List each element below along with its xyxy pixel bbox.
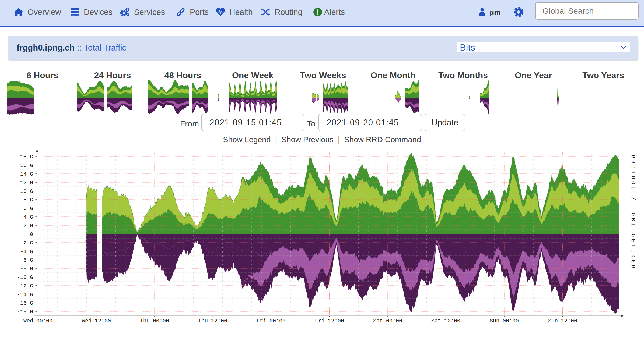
svg-text:4 G: 4 G xyxy=(23,214,33,220)
svg-text:RRDTOOL / TOBI OETIKER: RRDTOOL / TOBI OETIKER xyxy=(630,155,636,270)
svg-text:-2 G: -2 G xyxy=(20,240,33,246)
svg-text:Thu 12:00: Thu 12:00 xyxy=(198,318,227,324)
svg-text:6 G: 6 G xyxy=(23,205,33,212)
svg-text:-14 G: -14 G xyxy=(17,292,33,298)
svg-text:Sun 00:00: Sun 00:00 xyxy=(490,318,519,324)
svg-text:-4 G: -4 G xyxy=(20,248,33,255)
svg-text:12 G: 12 G xyxy=(20,180,33,186)
svg-text:Wed 12:00: Wed 12:00 xyxy=(82,318,111,324)
svg-text:14 G: 14 G xyxy=(20,171,33,177)
svg-text:-16 G: -16 G xyxy=(17,300,33,306)
svg-text:-18 G: -18 G xyxy=(17,309,33,315)
svg-text:16 G: 16 G xyxy=(20,162,33,169)
svg-text:Sat 12:00: Sat 12:00 xyxy=(431,318,460,324)
svg-text:Fri 00:00: Fri 00:00 xyxy=(257,318,286,324)
svg-text:-8 G: -8 G xyxy=(20,266,33,272)
svg-text:Fri 12:00: Fri 12:00 xyxy=(315,318,344,324)
svg-text:10 G: 10 G xyxy=(20,188,33,194)
svg-text:18 G: 18 G xyxy=(20,154,33,160)
svg-text:-12 G: -12 G xyxy=(17,283,33,289)
svg-text:0: 0 xyxy=(30,231,33,237)
svg-text:2 G: 2 G xyxy=(23,223,33,229)
svg-text:Wed 00:00: Wed 00:00 xyxy=(23,318,52,324)
svg-text:Sun 12:00: Sun 12:00 xyxy=(548,318,577,324)
svg-text:-10 G: -10 G xyxy=(17,274,33,280)
svg-text:8 G: 8 G xyxy=(23,197,33,203)
svg-text:Thu 00:00: Thu 00:00 xyxy=(140,318,169,324)
svg-text:Sat 00:00: Sat 00:00 xyxy=(373,318,402,324)
svg-text:-6 G: -6 G xyxy=(20,257,33,263)
